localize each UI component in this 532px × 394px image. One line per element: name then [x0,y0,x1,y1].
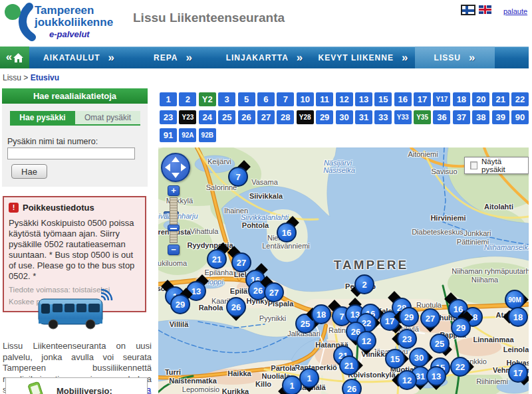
bus-marker-12[interactable]: 12 [397,370,417,390]
nav-home-button[interactable]: « [0,47,29,68]
route-button-92B[interactable]: 92B [199,128,216,142]
route-button-Y28[interactable]: Y28 [297,110,314,124]
mobile-version-box[interactable]: Mobiiliversio: [5,377,148,394]
route-button-22[interactable]: 22 [511,92,529,106]
nav-item-kevyt-liikenne[interactable]: KEVYT LIIKENNE» [312,47,415,68]
route-button-39[interactable]: 39 [492,110,509,124]
bus-marker-26[interactable]: 26 [342,379,362,394]
route-button-90[interactable]: 90 [511,110,529,124]
route-button-37[interactable]: 37 [453,110,470,124]
pan-right-icon[interactable] [181,163,186,171]
bus-marker-21[interactable]: 21 [207,249,227,269]
route-button-29[interactable]: 29 [316,110,333,124]
route-button-5[interactable]: 5 [238,92,255,106]
bus-marker-16[interactable]: 16 [277,223,297,243]
route-button-23[interactable]: 23 [160,110,177,124]
logo[interactable] [3,1,37,44]
show-stops-checkbox[interactable] [470,161,477,169]
bus-marker-18[interactable]: 18 [311,304,331,324]
route-button-12[interactable]: 12 [336,92,353,106]
route-button-3[interactable]: 3 [218,92,235,106]
feedback-link[interactable]: palaute [503,7,527,15]
bus-marker-1[interactable]: 1 [282,375,302,394]
route-button-10[interactable]: 10 [297,92,314,106]
bus-marker-29[interactable]: 29 [399,307,419,327]
route-button-11[interactable]: 11 [316,92,333,106]
bus-marker-7[interactable]: 7 [228,167,248,187]
route-button-25[interactable]: 25 [218,110,235,124]
route-button-31[interactable]: 31 [355,110,372,124]
route-button-15[interactable]: 15 [374,92,392,106]
bus-marker-26[interactable]: 26 [226,297,246,317]
bus-marker-27[interactable]: 27 [420,308,440,328]
bus-marker-21[interactable]: 21 [339,355,359,375]
search-button[interactable]: Hae [11,164,47,179]
route-button-Y23[interactable]: Y23 [179,110,196,124]
map-zoom-handle[interactable] [168,225,180,231]
route-button-Y17[interactable]: Y17 [433,92,450,106]
route-button-Y33[interactable]: Y33 [394,110,412,124]
bus-marker-1[interactable]: 1 [299,368,319,388]
route-button-33[interactable]: 33 [374,110,392,124]
nav-item-lissu[interactable]: LISSU» [415,47,495,68]
map-place-label: Linnainmaa [473,336,513,344]
bus-marker-27[interactable]: 27 [264,282,284,302]
route-button-28[interactable]: 28 [277,110,294,124]
nav-item-aikataulut[interactable]: AIKATAULUT» [29,47,129,68]
nav-item-linjakartta[interactable]: LINJAKARTTA» [217,47,312,68]
bus-marker-15[interactable]: 15 [385,349,405,369]
route-button-38[interactable]: 38 [472,110,489,124]
finnish-flag-icon[interactable] [461,5,475,15]
bus-marker-2[interactable]: 2 [354,274,374,294]
bus-marker-23[interactable]: 23 [397,329,417,349]
nav-item-repa[interactable]: REPA» [129,47,217,68]
bus-marker-12[interactable]: 12 [356,331,376,351]
pan-up-icon[interactable] [172,157,180,162]
tab-hae-pysakki[interactable]: Hae pysäkki [10,111,75,124]
bus-marker-29[interactable]: 29 [451,318,471,338]
pan-down-icon[interactable] [172,173,180,178]
route-button-13[interactable]: 13 [355,92,372,106]
bus-marker-13[interactable]: 13 [426,366,446,386]
chevron-right-icon: » [297,51,303,64]
map-zoom-slider[interactable] [170,197,178,243]
pan-left-icon[interactable] [165,163,170,171]
route-button-20[interactable]: 20 [472,92,489,106]
route-button-24[interactable]: 24 [199,110,216,124]
map-pan-control[interactable] [161,153,190,182]
map-zoom-out-button[interactable]: − [168,245,180,255]
marker-route-number: 25 [430,334,450,353]
route-button-6[interactable]: 6 [257,92,275,106]
route-button-7[interactable]: 7 [277,92,294,106]
route-button-91[interactable]: 91 [160,128,177,142]
tab-omat-pysakit[interactable]: Omat pysäkit [75,111,140,124]
route-button-16[interactable]: 16 [394,92,412,106]
route-button-1[interactable]: 1 [160,92,177,106]
route-button-27[interactable]: 27 [257,110,275,124]
route-button-2[interactable]: 2 [179,92,196,106]
route-button-21[interactable]: 21 [492,92,509,106]
route-button-30[interactable]: 30 [336,110,353,124]
route-button-17[interactable]: 17 [414,92,431,106]
route-button-Y2[interactable]: Y2 [199,92,216,106]
breadcrumb-section[interactable]: Lissu [3,73,21,82]
route-button-92A[interactable]: 92A [179,128,196,142]
route-button-18[interactable]: 18 [453,92,470,106]
mobile-phone-icon [27,381,45,394]
map[interactable]: 277 KeijärviSalorinneVasamaSiivikkalaIha… [158,148,529,394]
bus-marker-30[interactable]: 30 [409,347,429,367]
bus-marker-29[interactable]: 29 [170,294,190,314]
bus-marker-18[interactable]: 18 [508,307,528,327]
breadcrumb-current[interactable]: Etusivu [31,73,59,82]
bus-marker-25[interactable]: 25 [430,334,450,353]
route-button-Y35[interactable]: Y35 [414,110,431,124]
map-place-label: Haikka [227,369,251,377]
bus-marker-22[interactable]: 22 [450,357,470,377]
route-button-36[interactable]: 36 [433,110,450,124]
bus-marker-17[interactable]: 17 [508,363,528,383]
map-zoom-in-button[interactable]: + [168,185,180,196]
show-stops-toggle[interactable]: Näytä pysäkit [464,157,529,174]
uk-flag-icon[interactable] [479,5,491,14]
route-button-26[interactable]: 26 [238,110,255,124]
stop-search-input[interactable] [7,148,135,159]
